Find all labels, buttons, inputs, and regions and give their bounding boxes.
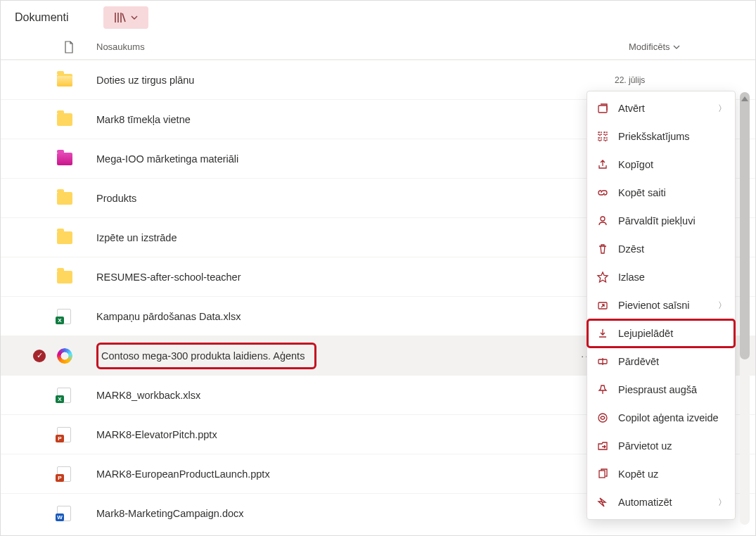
menu-item-label: Pievienot saīsni: [618, 300, 690, 311]
column-header-modified[interactable]: Modificēts: [629, 42, 741, 52]
menu-item-pin[interactable]: Piespraust augšā: [587, 376, 735, 404]
trash-icon: [596, 243, 610, 255]
file-name: Mark8 tīmekļa vietne: [96, 114, 191, 125]
shortcut-icon: [596, 299, 610, 312]
word-icon: W: [57, 506, 71, 521]
svg-point-1: [601, 217, 605, 221]
menu-item-shortcut[interactable]: Pievienot saīsni〉: [587, 291, 735, 319]
menu-item-access[interactable]: Pārvaldīt piekļuvi: [587, 207, 735, 235]
automate-icon: [596, 496, 610, 509]
excel-icon: X: [57, 388, 71, 403]
library-view-button[interactable]: [103, 6, 148, 29]
file-name: RESUMES-after-school-teacher: [96, 272, 241, 283]
copilot-icon: [57, 348, 72, 364]
menu-item-label: Piespraust augšā: [618, 384, 697, 395]
folder-icon: [57, 231, 72, 244]
document-icon: [64, 41, 74, 53]
menu-item-share[interactable]: Kopīgot: [587, 151, 735, 179]
download-icon: [596, 327, 610, 340]
svg-rect-5: [599, 471, 605, 478]
column-header-modified-label: Modificēts: [629, 42, 670, 52]
file-name: MARK8-ElevatorPitch.pptx: [96, 429, 217, 440]
menu-item-move[interactable]: Pārvietot uz: [587, 432, 735, 460]
menu-item-label: Pārdēvēt: [618, 356, 659, 367]
menu-item-download[interactable]: Lejupielādēt: [587, 319, 735, 347]
menu-item-label: Priekšskatījums: [618, 131, 690, 142]
menu-item-label: Kopēt saiti: [618, 187, 666, 198]
folder-icon: [57, 113, 72, 126]
excel-icon: X: [57, 309, 71, 324]
preview-icon: [596, 130, 610, 143]
file-name: Produkts: [96, 193, 136, 204]
file-name: MARK8-EuropeanProductLaunch.pptx: [96, 468, 270, 480]
folder-icon: [57, 192, 72, 205]
menu-item-label: Izlase: [618, 272, 645, 283]
menu-item-label: Atvērt: [618, 103, 645, 114]
chevron-right-icon: 〉: [718, 103, 726, 115]
copilot-sm-icon: [596, 411, 610, 424]
svg-point-4: [598, 414, 607, 422]
menu-item-star[interactable]: Izlase: [587, 263, 735, 291]
menu-item-label: Copilot aģenta izveide: [618, 412, 719, 423]
scrollbar[interactable]: [740, 92, 750, 525]
rename-icon: [596, 355, 610, 368]
menu-item-label: Pārvietot uz: [618, 440, 672, 452]
powerpoint-icon: P: [57, 427, 71, 442]
menu-item-label: Kopēt uz: [618, 468, 658, 480]
chevron-right-icon: 〉: [718, 300, 726, 312]
menu-item-label: Lejupielādēt: [618, 328, 673, 339]
menu-item-label: Automatizēt: [618, 497, 672, 508]
scrollbar-thumb[interactable]: [740, 92, 750, 359]
page-title: Dokumenti: [15, 11, 68, 24]
file-name: Doties uz tirgus plānu: [96, 75, 194, 86]
share-icon: [596, 158, 610, 171]
modified-date: 22. jūlijs: [615, 75, 741, 85]
copy-icon: [596, 468, 610, 480]
move-icon: [596, 440, 610, 452]
file-name: Contoso mega-300 produkta laidiens. Aģen…: [96, 343, 316, 369]
menu-item-rename[interactable]: Pārdēvēt: [587, 347, 735, 376]
menu-item-preview[interactable]: Priekšskatījums: [587, 122, 735, 151]
menu-item-trash[interactable]: Dzēst: [587, 235, 735, 263]
link-icon: [596, 186, 610, 199]
open-icon: [596, 102, 610, 115]
menu-item-link[interactable]: Kopēt saiti: [587, 179, 735, 207]
menu-item-open[interactable]: Atvērt〉: [587, 94, 735, 122]
folder-icon: [57, 153, 72, 165]
scroll-up-arrow[interactable]: [741, 96, 748, 101]
menu-item-label: Pārvaldīt piekļuvi: [618, 215, 696, 226]
svg-rect-0: [598, 106, 607, 113]
column-header-name[interactable]: Nosaukums: [57, 42, 629, 52]
menu-item-automate[interactable]: Automatizēt〉: [587, 488, 735, 516]
file-name: MARK8_workback.xlsx: [96, 390, 200, 401]
menu-item-copy[interactable]: Kopēt uz: [587, 460, 735, 488]
menu-item-label: Kopīgot: [618, 159, 653, 170]
pin-icon: [596, 383, 610, 396]
menu-item-label: Dzēst: [618, 243, 644, 255]
file-name: Izpēte un izstrāde: [96, 232, 177, 243]
library-icon: [114, 12, 127, 23]
folder-icon: [57, 271, 72, 283]
folder-icon: [57, 74, 72, 87]
file-name: Mark8-MarketingCampaign.docx: [96, 508, 244, 519]
selected-check-icon[interactable]: ✓: [33, 350, 46, 362]
chevron-down-icon: [131, 15, 138, 20]
menu-item-copilot-sm[interactable]: Copilot aģenta izveide: [587, 404, 735, 432]
chevron-down-icon: [673, 45, 680, 49]
powerpoint-icon: P: [57, 466, 71, 482]
context-menu: Atvērt〉PriekšskatījumsKopīgotKopēt saiti…: [587, 91, 736, 520]
star-icon: [596, 271, 610, 283]
file-name: Kampaņu pārdošanas Data.xlsx: [96, 311, 241, 322]
chevron-right-icon: 〉: [718, 497, 726, 509]
file-name: Mega-IOO mārketinga materiāli: [96, 153, 238, 165]
access-icon: [596, 215, 610, 227]
